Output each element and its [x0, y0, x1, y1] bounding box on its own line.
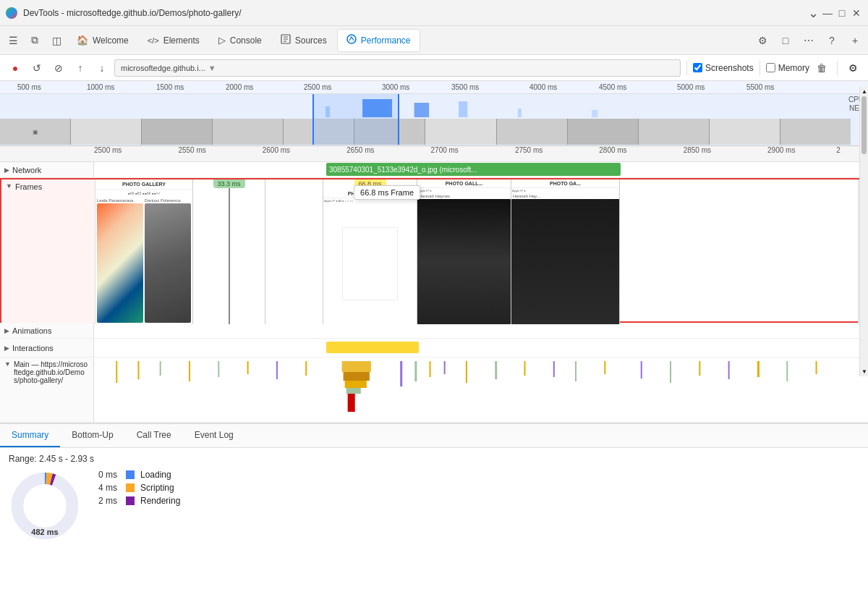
tab-elements-label: Elements [163, 35, 200, 46]
bottom-content: Range: 2.45 s - 2.93 s 482 ms [0, 448, 868, 548]
tab-call-tree-label: Call Tree [137, 430, 171, 440]
interactions-content[interactable] [94, 339, 868, 357]
svg-rect-27 [414, 361, 417, 381]
main-thread-label[interactable]: ▼ Main — https://microsoftedge.github.io… [0, 358, 94, 422]
tab-event-log-label: Event Log [195, 430, 234, 440]
separator-3 [837, 61, 838, 75]
svg-rect-35 [604, 361, 605, 374]
scroll-up-button[interactable]: ▲ [860, 87, 868, 96]
frame-thumb-3[interactable] [265, 179, 323, 324]
animations-content[interactable] [94, 323, 868, 339]
interactions-expand-arrow[interactable]: ▶ [4, 344, 9, 352]
tab-sources-label: Sources [295, 35, 327, 46]
settings-button[interactable]: ⚙ [843, 59, 862, 77]
network-track-content[interactable]: 30855740301_5133e3942d_o.jpg (microsoft.… [94, 162, 868, 178]
interactions-track: ▶ Interactions [0, 339, 868, 358]
close-button[interactable]: ✕ [851, 7, 862, 19]
download-button[interactable]: ↓ [93, 59, 111, 77]
tab-bottom-up-label: Bottom-Up [72, 430, 113, 440]
panel-tab-button[interactable]: □ [775, 30, 796, 51]
svg-rect-38 [699, 361, 700, 376]
frames-expand-arrow[interactable]: ▼ [6, 182, 12, 190]
tab-elements[interactable]: </> Elements [139, 29, 208, 52]
frames-track-label[interactable]: ▼ Frames [1, 179, 95, 324]
add-tab-button[interactable]: + [845, 30, 865, 51]
toggle-sidebar-button[interactable]: ☰ [3, 30, 23, 51]
svg-rect-18 [247, 361, 249, 374]
frame-thumb-6[interactable]: PHOTO GA... Apple IP ● Hannah Hay... [511, 179, 620, 324]
title-bar-controls: ⌄ — □ ✕ [807, 7, 862, 19]
timeline-main: 2500 ms 2550 ms 2600 ms 2650 ms 2700 ms … [0, 146, 868, 423]
animations-expand-arrow[interactable]: ▶ [4, 327, 9, 334]
loading-ms: 0 ms [98, 470, 120, 480]
tick-4000: 4000 ms [529, 83, 557, 91]
legend-item-rendering: 2 ms Rendering [98, 496, 180, 506]
record-button[interactable]: ● [6, 59, 25, 77]
title-bar-text: DevTools - microsoftedge.github.io/Demos… [23, 8, 801, 18]
main-thread-content[interactable] [94, 358, 868, 423]
frame-badge-1: 33.3 ms [213, 179, 244, 188]
screenshots-label: Screenshots [705, 63, 754, 73]
tab-call-tree[interactable]: Call Tree [125, 424, 183, 447]
more-tabs-button[interactable]: ⋯ [799, 30, 819, 51]
undock-button[interactable]: ⧉ [25, 30, 45, 51]
frames-content[interactable]: PHOTO GALLERY ●All ●63 ●●All ●●>> Leela … [95, 179, 867, 324]
dock-button[interactable]: ◫ [46, 30, 67, 51]
settings-tab-button[interactable]: ⚙ [752, 30, 773, 51]
tab-sources[interactable]: Sources [272, 29, 336, 52]
upload-button[interactable]: ↑ [71, 59, 90, 77]
tab-more: ⚙ □ ⋯ ? + [752, 30, 865, 51]
main-tick-2550: 2550 ms [178, 146, 205, 154]
tab-welcome[interactable]: 🏠 Welcome [68, 29, 137, 52]
tab-bar: ☰ ⧉ ◫ 🏠 Welcome </> Elements ▷ Console S… [0, 26, 868, 55]
maximize-button[interactable]: □ [836, 7, 848, 19]
tooltip-text: 66.8 ms Frame [360, 188, 414, 197]
tab-bottom-up[interactable]: Bottom-Up [60, 424, 124, 447]
clear-button[interactable]: ⊘ [49, 59, 68, 77]
animations-track-label[interactable]: ▶ Animations [0, 323, 94, 338]
tab-event-log[interactable]: Event Log [183, 424, 245, 447]
tick-2000: 2000 ms [226, 83, 253, 91]
main-tick-2700: 2700 ms [431, 146, 459, 154]
tab-console[interactable]: ▷ Console [210, 29, 271, 52]
main-tick-2850: 2850 ms [684, 146, 711, 154]
reload-button[interactable]: ↺ [27, 59, 46, 77]
memory-checkbox-label[interactable]: Memory [766, 63, 809, 73]
separator-1 [686, 61, 687, 75]
main-thread-track: ▼ Main — https://microsoftedge.github.io… [0, 358, 868, 423]
interactions-track-label[interactable]: ▶ Interactions [0, 339, 94, 357]
console-icon: ▷ [218, 35, 226, 46]
svg-rect-30 [466, 361, 467, 383]
main-scrollbar-thumb[interactable] [861, 96, 867, 154]
minimize-window-button[interactable]: — [822, 7, 833, 19]
network-expand-arrow[interactable]: ▶ [4, 166, 9, 174]
interaction-bar[interactable] [326, 342, 419, 353]
main-expand-arrow[interactable]: ▼ [4, 360, 11, 368]
network-track-label[interactable]: ▶ Network [0, 162, 94, 177]
tab-summary[interactable]: Summary [0, 424, 60, 447]
memory-checkbox[interactable] [766, 63, 775, 72]
frame-thumb-2[interactable]: 33.3 ms [193, 179, 265, 324]
timeline-overview[interactable]: 500 ms 1000 ms 1500 ms 2000 ms 2500 ms 3… [0, 81, 868, 146]
help-button[interactable]: ? [822, 30, 842, 51]
frame-thumb-5[interactable]: PHOTO GALL... Apple IP ● Hannah Haynes [417, 179, 511, 324]
network-bar-label: 30855740301_5133e3942d_o.jpg (microsoft.… [329, 166, 477, 174]
loading-label: Loading [140, 470, 171, 480]
network-request-bar[interactable]: 30855740301_5133e3942d_o.jpg (microsoft.… [326, 163, 621, 176]
screenshots-checkbox-label[interactable]: Screenshots [693, 63, 754, 73]
tick-2500: 2500 ms [304, 83, 331, 91]
trash-button[interactable]: 🗑 [812, 59, 831, 77]
overview-content[interactable]: CPU NET ▣ [0, 94, 868, 145]
svg-rect-39 [728, 361, 730, 379]
minimize-button[interactable]: ⌄ [807, 7, 819, 19]
tab-performance[interactable]: Performance [337, 29, 420, 52]
frame-thumb-1[interactable]: PHOTO GALLERY ●All ●63 ●●All ●●>> Leela … [95, 179, 193, 324]
screenshots-checkbox[interactable] [693, 63, 702, 72]
tick-5000: 5000 ms [677, 83, 705, 91]
main-scrollbar[interactable]: ▲ ▼ [859, 87, 868, 376]
summary-body: 482 ms 0 ms Loading 4 ms Scripting 2 ms [9, 470, 859, 542]
frame-thumb-4[interactable]: 66.8 ms 66.8 ms Frame PHOTO GALLER... Ap… [323, 179, 417, 324]
svg-rect-9 [518, 109, 522, 117]
legend-item-scripting: 4 ms Scripting [98, 483, 180, 493]
scroll-down-button[interactable]: ▼ [860, 367, 868, 376]
